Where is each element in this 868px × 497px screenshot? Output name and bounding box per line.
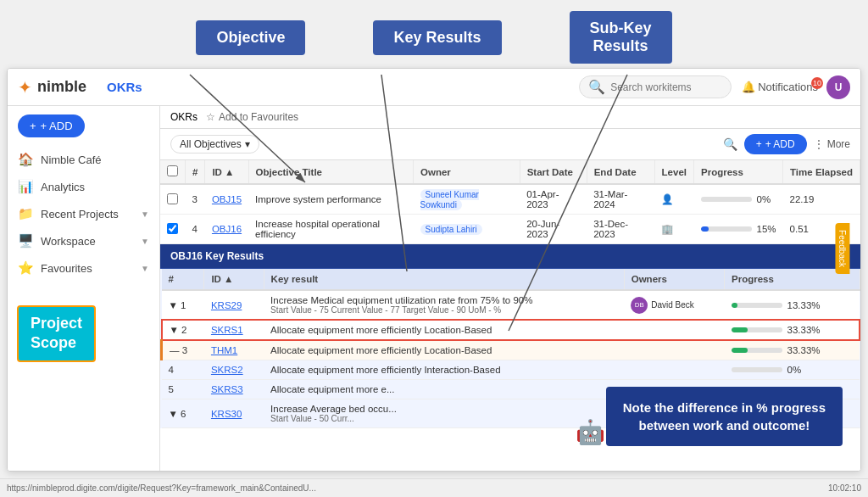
row-title: Improve system performance xyxy=(248,184,413,215)
kr-key-result: Increase Medical equipment utilization r… xyxy=(264,290,624,320)
row-level-2: 🏢 xyxy=(654,215,693,244)
kr-id-3[interactable]: THM1 xyxy=(204,340,264,360)
col-level[interactable]: Level xyxy=(654,160,693,184)
kr-panel-title: OBJ16 Key Results xyxy=(170,250,264,262)
sidebar-item-favourites[interactable]: ⭐ Favourites ▼ xyxy=(8,254,159,282)
sidebar-item-label: Recent Projects xyxy=(41,208,119,221)
sidebar-item-label: Analytics xyxy=(41,181,85,193)
row-2-checkbox[interactable] xyxy=(167,223,178,234)
table-search-button[interactable]: 🔍 xyxy=(723,137,737,151)
row-1-checkbox[interactable] xyxy=(167,193,178,204)
kr-row-highlighted: ▼ 2 SKRS1 Allocate equipment more effici… xyxy=(162,320,860,340)
kr-owners: DB David Beck xyxy=(624,290,724,320)
kr-id-2[interactable]: SKRS1 xyxy=(204,320,264,340)
plus-icon: + xyxy=(30,120,36,132)
col-elapsed[interactable]: Time Elapsed xyxy=(783,160,860,184)
kr-col-owners: Owners xyxy=(624,269,724,290)
kr-id-5[interactable]: SKRS3 xyxy=(204,380,264,399)
sidebar-item-nimble-cafe[interactable]: 🏠 Nimble Café xyxy=(8,146,159,173)
url-label: https://nimbleprod.digite.com/digite/Req… xyxy=(7,483,316,493)
row-start-2: 20-Jun-2023 xyxy=(520,215,587,244)
kr-chevron-6[interactable]: ▼ xyxy=(169,409,178,419)
user-avatar[interactable]: U xyxy=(826,75,850,99)
kr-key-result-3: Allocate equipment more efficiently Loca… xyxy=(264,340,624,360)
feedback-tab[interactable]: Feedback xyxy=(836,223,850,274)
kr-num: ▼ 1 xyxy=(162,290,204,320)
chevron-down-icon-filter: ▾ xyxy=(245,138,250,150)
sidebar-item-workspace[interactable]: 🖥️ Workspace ▼ xyxy=(8,227,159,254)
sidebar-item-label: Nimble Café xyxy=(41,154,102,166)
logo-text: nimble xyxy=(37,78,86,96)
filter-select[interactable]: All Objectives ▾ xyxy=(170,135,259,154)
chevron-down-icon-3: ▼ xyxy=(141,264,149,273)
sidebar-item-label: Favourites xyxy=(41,262,92,275)
sidebar-item-recent-projects[interactable]: 📁 Recent Projects ▼ xyxy=(8,200,159,227)
row-checkbox-cell[interactable] xyxy=(160,184,186,215)
kr-num-4: 4 xyxy=(162,360,204,380)
kr-col-num: # xyxy=(162,269,204,290)
okr-toolbar: All Objectives ▾ 🔍 + + ADD ⋮ More xyxy=(160,129,860,160)
key-results-annotation: Key Results xyxy=(373,20,501,55)
sidebar: + + ADD 🏠 Nimble Café 📊 Analytics 📁 Rece… xyxy=(8,106,160,471)
kr-chevron-2[interactable]: ▼ xyxy=(170,325,179,335)
kr-id-4[interactable]: SKRS2 xyxy=(204,360,264,380)
project-scope-label: ProjectScope xyxy=(17,305,96,362)
col-start[interactable]: Start Date xyxy=(520,160,587,184)
kr-id[interactable]: KRS29 xyxy=(204,290,264,320)
breadcrumb: OKRs xyxy=(170,111,198,123)
objective-label: Objective xyxy=(216,29,285,46)
annotation-area: Objective Key Results Sub-KeyResults xyxy=(0,0,868,75)
kr-col-id[interactable]: ID ▲ xyxy=(204,269,264,290)
table-row: 3 OBJ15 Improve system performance Sunee… xyxy=(160,184,860,215)
sidebar-add-button[interactable]: + + ADD xyxy=(18,114,85,137)
note-text: Note the difference in % progressbetween… xyxy=(623,400,826,433)
search-input[interactable] xyxy=(610,81,721,93)
row-progress: 0% xyxy=(694,184,783,215)
kr-id-6[interactable]: KRS30 xyxy=(204,399,264,428)
kr-row-4: 4 SKRS2 Allocate equipment more efficien… xyxy=(162,360,860,380)
col-num[interactable]: # xyxy=(186,160,205,184)
notifications-button[interactable]: 🔔 Notifications 10 xyxy=(742,81,818,93)
col-progress[interactable]: Progress xyxy=(694,160,783,184)
more-dots-icon: ⋮ xyxy=(814,138,824,150)
col-owner[interactable]: Owner xyxy=(414,160,520,184)
kr-progress-2: 33.33% xyxy=(725,320,860,340)
row-id[interactable]: OBJ15 xyxy=(205,184,248,215)
robot-icon: 🤖 xyxy=(576,418,605,446)
row-title-2: Increase hospital operational efficiency xyxy=(248,215,413,244)
kr-key-result-5: Allocate equipment more e... xyxy=(264,380,624,399)
select-all-checkbox[interactable] xyxy=(167,165,178,176)
col-id[interactable]: ID ▲ xyxy=(205,160,248,184)
row-checkbox-cell-2[interactable] xyxy=(160,215,186,244)
folder-icon: 📁 xyxy=(18,206,34,221)
kr-owners-3 xyxy=(624,340,724,360)
key-results-label: Key Results xyxy=(393,29,481,46)
okr-table: # ID ▲ Objective Title Owner Start Date … xyxy=(160,160,860,244)
top-header: ✦ nimble OKRs 🔍 🔔 Notifications 10 U xyxy=(8,69,860,106)
kr-chevron[interactable]: ▼ xyxy=(169,300,178,310)
breadcrumb-bar: OKRs ☆ Add to Favourites xyxy=(160,106,860,129)
kr-panel-header: OBJ16 Key Results ✕ xyxy=(160,244,860,269)
objective-annotation: Objective xyxy=(196,20,305,55)
col-checkbox xyxy=(160,160,186,184)
add-okr-button[interactable]: + + ADD xyxy=(744,134,807,154)
sidebar-item-label: Workspace xyxy=(41,235,96,248)
col-title[interactable]: Objective Title xyxy=(248,160,413,184)
more-button[interactable]: ⋮ More xyxy=(814,138,850,150)
bell-icon: 🔔 xyxy=(742,81,755,93)
kr-key-result-4: Allocate equipment more efficiently Inte… xyxy=(264,360,624,380)
kr-num-6: ▼ 6 xyxy=(162,399,204,428)
table-row: 4 OBJ16 Increase hospital operational ef… xyxy=(160,215,860,244)
add-to-favourites-button[interactable]: ☆ Add to Favourites xyxy=(206,111,298,123)
chevron-down-icon: ▼ xyxy=(141,209,149,219)
row-id-2[interactable]: OBJ16 xyxy=(205,215,248,244)
col-end[interactable]: End Date xyxy=(587,160,654,184)
sidebar-item-analytics[interactable]: 📊 Analytics xyxy=(8,173,159,200)
search-bar[interactable]: 🔍 xyxy=(579,75,732,98)
kr-col-key-result[interactable]: Key result xyxy=(264,269,624,290)
star-icon: ⭐ xyxy=(18,260,34,276)
star-icon-small: ☆ xyxy=(206,111,215,123)
time-label: 10:02:10 xyxy=(828,483,861,493)
row-end: 31-Mar-2024 xyxy=(587,184,654,215)
row-num-2: 4 xyxy=(186,215,205,244)
